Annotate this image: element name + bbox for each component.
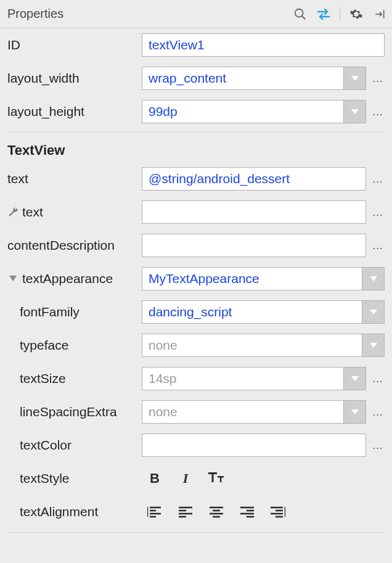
wrench-icon (7, 207, 18, 218)
chevron-down-icon[interactable] (362, 268, 384, 290)
row-text-appearance: textAppearance MyTextAppearance (7, 262, 385, 295)
section-heading-textview: TextView (7, 138, 385, 162)
select-line-spacing-extra-placeholder: none (149, 405, 343, 419)
caret-down-icon[interactable] (7, 273, 18, 284)
row-text-alignment: textAlignment (7, 495, 385, 528)
align-view-start-button[interactable] (143, 501, 166, 522)
svg-line-1 (302, 15, 306, 19)
more-button-text-size[interactable]: … (371, 372, 385, 385)
select-text-appearance[interactable]: MyTextAppearance (142, 267, 385, 290)
select-font-family-value: dancing_script (149, 305, 362, 319)
svg-marker-8 (9, 276, 17, 281)
label-tools-text-text: text (22, 205, 43, 220)
more-button-tools-text[interactable]: … (371, 206, 385, 219)
chevron-down-icon[interactable] (362, 301, 384, 323)
input-id[interactable]: textView1 (142, 33, 385, 57)
svg-marker-9 (370, 276, 377, 281)
row-layout-height: layout_height 99dp … (7, 95, 385, 128)
svg-rect-17 (220, 476, 222, 482)
label-tools-text: text (7, 205, 142, 220)
row-tools-text: text … (7, 195, 385, 229)
row-typeface: typeface none (7, 329, 385, 362)
row-font-family: fontFamily dancing_script (7, 295, 385, 329)
label-id: ID (7, 38, 142, 52)
section-divider (7, 132, 385, 133)
svg-marker-13 (351, 409, 359, 414)
bottom-divider (7, 532, 385, 533)
select-text-appearance-value: MyTextAppearance (149, 271, 362, 286)
italic-button[interactable]: I (174, 468, 197, 489)
svg-marker-12 (351, 376, 359, 381)
row-content-description: contentDescription … (7, 229, 385, 262)
svg-marker-11 (370, 343, 377, 348)
panel-header: Properties (0, 0, 392, 28)
panel-toolbar (293, 7, 387, 22)
svg-marker-7 (351, 109, 359, 114)
label-layout-width: layout_width (7, 71, 142, 86)
select-layout-height-value: 99dp (149, 104, 343, 119)
panel-body: ID textView1 layout_width wrap_content …… (0, 28, 392, 538)
align-left-button[interactable] (174, 501, 197, 522)
svg-point-0 (295, 9, 303, 17)
chevron-down-icon[interactable] (362, 334, 384, 356)
input-text-color[interactable] (142, 434, 366, 457)
label-layout-height: layout_height (7, 104, 142, 119)
more-button-text[interactable]: … (371, 173, 385, 186)
row-text-style: textStyle B I (7, 462, 385, 495)
text-alignment-buttons (142, 501, 290, 522)
label-font-family: fontFamily (7, 305, 142, 319)
input-content-description[interactable] (142, 234, 366, 257)
panel-title: Properties (7, 7, 293, 21)
svg-marker-10 (370, 310, 377, 314)
label-line-spacing-extra: lineSpacingExtra (7, 405, 142, 419)
select-layout-height[interactable]: 99dp (142, 100, 366, 123)
select-layout-width[interactable]: wrap_content (142, 67, 366, 90)
label-text-style: textStyle (7, 471, 142, 486)
chevron-down-icon[interactable] (343, 67, 365, 89)
row-text-color: textColor … (7, 429, 385, 462)
gear-icon[interactable] (349, 7, 364, 22)
more-button-content-description[interactable]: … (371, 239, 385, 252)
chevron-down-icon[interactable] (343, 368, 365, 390)
bold-button[interactable]: B (143, 468, 166, 489)
row-layout-width: layout_width wrap_content … (7, 62, 385, 95)
svg-marker-6 (351, 76, 359, 81)
properties-panel: Properties ID textView1 layout_wi (0, 0, 392, 563)
select-typeface[interactable]: none (142, 334, 385, 357)
label-text-color: textColor (7, 438, 142, 453)
chevron-down-icon[interactable] (343, 101, 365, 123)
toolbar-separator (340, 7, 340, 21)
all-caps-button[interactable] (205, 468, 228, 489)
row-text: text @string/android_dessert … (7, 162, 385, 195)
swap-arrows-icon[interactable] (316, 7, 331, 22)
select-text-size[interactable]: 14sp (142, 367, 366, 390)
input-text[interactable]: @string/android_dessert (142, 167, 366, 191)
more-button-text-color[interactable]: … (371, 439, 385, 452)
chevron-down-icon[interactable] (343, 401, 365, 423)
text-style-buttons: B I (142, 468, 228, 489)
label-text-appearance-text: textAppearance (22, 271, 113, 286)
row-text-size: textSize 14sp … (7, 362, 385, 395)
more-button-layout-width[interactable]: … (371, 72, 385, 85)
label-text: text (7, 171, 142, 186)
minimize-icon[interactable] (372, 7, 387, 22)
select-font-family[interactable]: dancing_script (142, 300, 385, 324)
select-layout-width-value: wrap_content (149, 71, 343, 86)
more-button-layout-height[interactable]: … (371, 105, 385, 118)
select-typeface-placeholder: none (149, 338, 362, 353)
label-text-alignment: textAlignment (7, 504, 142, 519)
align-view-end-button[interactable] (266, 501, 290, 522)
label-text-size: textSize (7, 371, 142, 386)
input-tools-text[interactable] (142, 200, 366, 224)
more-button-line-spacing-extra[interactable]: … (371, 406, 385, 419)
select-line-spacing-extra[interactable]: none (142, 400, 366, 424)
label-text-appearance: textAppearance (7, 271, 142, 286)
label-typeface: typeface (7, 338, 142, 353)
select-text-size-placeholder: 14sp (149, 371, 343, 386)
row-line-spacing-extra: lineSpacingExtra none … (7, 395, 385, 429)
search-icon[interactable] (293, 7, 308, 22)
row-id: ID textView1 (7, 28, 385, 62)
align-right-button[interactable] (235, 501, 259, 522)
align-center-button[interactable] (205, 501, 228, 522)
label-content-description: contentDescription (7, 238, 142, 253)
